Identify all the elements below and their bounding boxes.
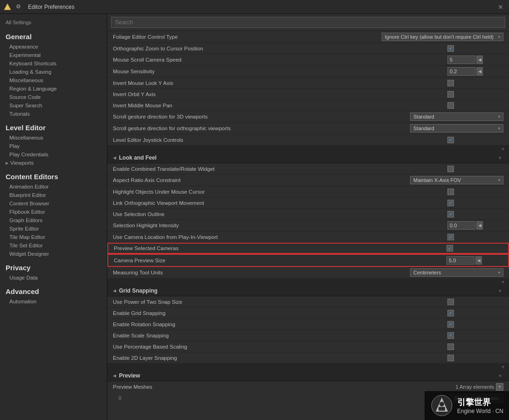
sidebar-section-header: Level Editor xyxy=(0,118,107,133)
setting-row: Invert Middle Mouse Pan xyxy=(107,100,509,111)
sidebar-item-animation-editor[interactable]: Animation Editor xyxy=(0,182,107,191)
sidebar-item-flipbook-editor[interactable]: Flipbook Editor xyxy=(0,208,107,216)
setting-label: Invert Middle Mouse Pan xyxy=(113,103,447,108)
checkbox[interactable] xyxy=(447,355,454,361)
sidebar-item-widget-designer[interactable]: Widget Designer xyxy=(0,250,107,258)
setting-row: Foliage Editor Control TypeIgnore Ctrl k… xyxy=(107,31,509,43)
sidebar-item-super-search[interactable]: Super Search xyxy=(0,101,107,110)
number-arrow-btn[interactable]: ◀ xyxy=(476,56,483,64)
setting-row: Preview Selected Cameras xyxy=(107,243,509,254)
setting-value xyxy=(447,189,503,195)
collapse-icon[interactable]: ◀ xyxy=(113,155,116,160)
sidebar-item-usage-data[interactable]: Usage Data xyxy=(0,273,107,282)
number-arrow-btn[interactable]: ◀ xyxy=(476,67,483,76)
setting-row: Level Editor Joystick Controls xyxy=(107,134,509,146)
dropdown[interactable]: Maintain X-Axis FOV xyxy=(410,176,503,184)
setting-label: Measuring Tool Units xyxy=(113,270,410,275)
dropdown[interactable]: Ignore Ctrl key (allow but don't require… xyxy=(382,33,503,41)
checkbox[interactable] xyxy=(446,245,453,252)
setting-row: Camera Preview Size5.0◀ xyxy=(107,254,509,267)
close-button[interactable]: ✕ xyxy=(496,3,505,11)
setting-row: Measuring Tool UnitsCentimeters xyxy=(107,267,509,279)
collapse-icon[interactable]: ◀ xyxy=(113,288,116,293)
collapse-icon[interactable]: ◀ xyxy=(113,373,116,378)
setting-label: Selection Highlight Intensity xyxy=(113,223,447,228)
sidebar-item-appearance[interactable]: Appearance xyxy=(0,42,107,51)
watermark-sub: Engine World · CN xyxy=(457,408,503,414)
checkbox[interactable] xyxy=(447,332,454,339)
setting-label: Use Selection Outline xyxy=(113,211,447,217)
number-input[interactable]: 5 xyxy=(447,56,475,64)
number-input[interactable]: 0.0 xyxy=(447,221,475,230)
setting-value xyxy=(447,310,503,316)
checkbox[interactable] xyxy=(447,102,454,109)
number-arrow-btn[interactable]: ◀ xyxy=(476,221,483,230)
checkbox[interactable] xyxy=(447,211,454,217)
sidebar-item-region-language[interactable]: Region & Language xyxy=(0,84,107,93)
setting-label: Preview Selected Cameras xyxy=(114,245,446,251)
checkbox[interactable] xyxy=(447,137,454,143)
sidebar-item-blueprint-editor[interactable]: Blueprint Editor xyxy=(0,191,107,199)
window-icon: ⚙ xyxy=(16,3,23,11)
setting-label: Orthographic Zoom to Cursor Position xyxy=(113,46,447,51)
setting-label: Scroll gesture direction for 3D viewport… xyxy=(113,114,410,119)
checkbox[interactable] xyxy=(447,200,454,206)
setting-value: Ignore Ctrl key (allow but don't require… xyxy=(382,33,503,41)
number-arrow-btn[interactable]: ◀ xyxy=(475,256,482,265)
checkbox[interactable] xyxy=(447,45,454,52)
setting-row: Enable Scale Snapping xyxy=(107,330,509,341)
checkbox[interactable] xyxy=(447,189,454,195)
setting-value xyxy=(447,343,503,350)
setting-label: Scroll gesture direction for orthographi… xyxy=(113,126,410,131)
sidebar-item-content-browser[interactable]: Content Browser xyxy=(0,199,107,208)
setting-row: Highlight Objects Under Mouse Cursor xyxy=(107,186,509,197)
dropdown[interactable]: Standard xyxy=(410,124,503,133)
checkbox[interactable] xyxy=(447,80,454,86)
setting-value xyxy=(446,245,502,252)
checkbox[interactable] xyxy=(447,299,454,305)
checkbox[interactable] xyxy=(447,343,454,350)
add-element-button[interactable]: + xyxy=(496,383,503,391)
sidebar-item-experimental[interactable]: Experimental xyxy=(0,51,107,59)
checkbox[interactable] xyxy=(447,166,454,172)
sidebar-item-play-credentials[interactable]: Play Credentials xyxy=(0,150,107,159)
checkbox[interactable] xyxy=(447,91,454,98)
number-input[interactable]: 5.0 xyxy=(446,256,474,265)
setting-value: 5◀ xyxy=(447,56,503,64)
checkbox[interactable] xyxy=(447,321,454,328)
sidebar-item-miscellaneous[interactable]: Miscellaneous xyxy=(0,76,107,84)
sidebar-item-tutorials[interactable]: Tutorials xyxy=(0,110,107,118)
sidebar-all-settings[interactable]: All Settings xyxy=(0,18,107,27)
checkbox[interactable] xyxy=(447,310,454,316)
sidebar-item-viewports[interactable]: ▶Viewports xyxy=(0,159,107,167)
sidebar-item-tile-map-editor[interactable]: Tile Map Editor xyxy=(0,233,107,241)
sidebar-item-le-misc[interactable]: Miscellaneous xyxy=(0,133,107,142)
section-label: Look and Feel xyxy=(119,154,157,161)
sidebar-item-automation[interactable]: Automation xyxy=(0,297,107,306)
sidebar-item-tile-set-editor[interactable]: Tile Set Editor xyxy=(0,241,107,250)
setting-label: Highlight Objects Under Mouse Cursor xyxy=(113,189,447,195)
setting-value: 5.0◀ xyxy=(446,256,502,265)
title-bar: ⚙ Editor Preferences ✕ xyxy=(0,0,509,14)
number-input[interactable]: 0.2 xyxy=(447,67,475,76)
setting-row: Enable Rotation Snapping xyxy=(107,319,509,330)
setting-value xyxy=(447,332,503,339)
section-scroll-indicator: ▼ xyxy=(107,146,509,153)
sidebar-item-source-code[interactable]: Source Code xyxy=(0,93,107,101)
setting-value xyxy=(447,299,503,305)
dropdown[interactable]: Standard xyxy=(410,112,503,121)
setting-row: Invert Orbit Y Axis xyxy=(107,89,509,100)
sidebar-item-play[interactable]: Play xyxy=(0,142,107,150)
sidebar-item-sprite-editor[interactable]: Sprite Editor xyxy=(0,224,107,233)
sidebar-item-keyboard-shortcuts[interactable]: Keyboard Shortcuts xyxy=(0,59,107,68)
setting-label: Aspect Ratio Axis Constraint xyxy=(113,177,410,183)
sidebar-item-loading-saving[interactable]: Loading & Saving xyxy=(0,68,107,76)
setting-label: Enable 2D Layer Snapping xyxy=(113,355,447,361)
sidebar-item-graph-editors[interactable]: Graph Editors xyxy=(0,216,107,224)
section-scroll-indicator: ▼ xyxy=(107,279,509,286)
checkbox[interactable] xyxy=(447,234,454,240)
dropdown[interactable]: Centimeters xyxy=(410,268,503,277)
setting-label: Enable Scale Snapping xyxy=(113,333,447,338)
search-input[interactable] xyxy=(111,17,505,28)
setting-row: Aspect Ratio Axis ConstraintMaintain X-A… xyxy=(107,175,509,186)
